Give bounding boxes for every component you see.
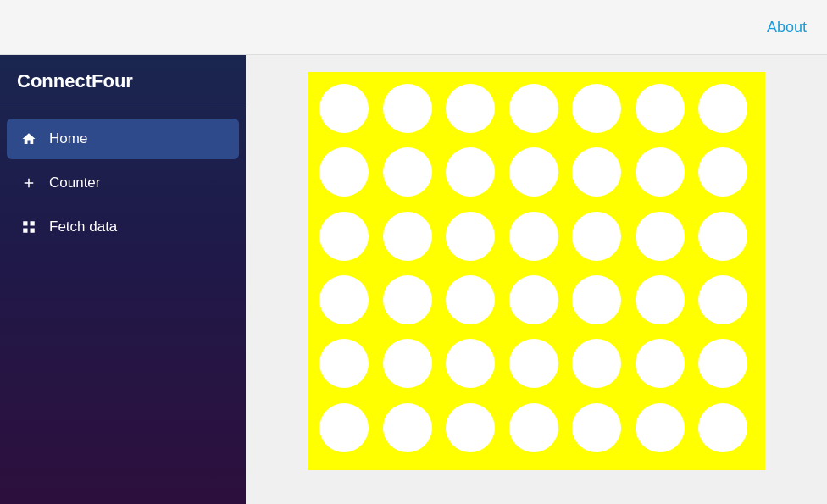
main-layout: ConnectFour Home Counter bbox=[0, 55, 827, 504]
board-cell[interactable] bbox=[698, 84, 747, 133]
board-cell[interactable] bbox=[319, 403, 369, 452]
sidebar-item-fetch-data-label: Fetch data bbox=[49, 219, 117, 235]
board-cell[interactable] bbox=[509, 339, 558, 388]
board-cell[interactable] bbox=[446, 147, 495, 197]
sidebar-item-fetch-data[interactable]: Fetch data bbox=[7, 207, 239, 247]
board-cell[interactable] bbox=[572, 84, 621, 133]
board-cell[interactable] bbox=[636, 84, 685, 133]
sidebar-item-counter-label: Counter bbox=[49, 174, 100, 191]
board-cell[interactable] bbox=[572, 275, 621, 324]
board-cell[interactable] bbox=[509, 147, 558, 197]
board-cell[interactable] bbox=[319, 212, 369, 261]
board-cell[interactable] bbox=[698, 403, 747, 452]
board-cell[interactable] bbox=[319, 84, 369, 133]
board-cell[interactable] bbox=[446, 339, 495, 388]
sidebar-item-counter[interactable]: Counter bbox=[7, 163, 239, 203]
board-cell[interactable] bbox=[698, 147, 747, 197]
board-cell[interactable] bbox=[698, 339, 747, 388]
home-icon bbox=[20, 130, 37, 147]
board-cell[interactable] bbox=[446, 403, 495, 452]
board-cell[interactable] bbox=[319, 275, 369, 324]
board-cell[interactable] bbox=[572, 212, 621, 261]
board-cell[interactable] bbox=[698, 212, 747, 261]
board-cell[interactable] bbox=[509, 84, 558, 133]
board-cell[interactable] bbox=[636, 147, 685, 197]
about-link[interactable]: About bbox=[767, 19, 807, 36]
sidebar-nav: Home Counter Fetch data bbox=[0, 108, 246, 261]
board-cell[interactable] bbox=[319, 147, 369, 197]
board-cell[interactable] bbox=[383, 147, 432, 197]
table-icon bbox=[20, 219, 37, 235]
top-nav: About bbox=[0, 0, 827, 55]
board-cell[interactable] bbox=[636, 403, 685, 452]
content-area bbox=[246, 55, 827, 504]
board-cell[interactable] bbox=[446, 275, 495, 324]
board-cell[interactable] bbox=[383, 339, 432, 388]
sidebar-item-home-label: Home bbox=[49, 130, 87, 147]
app-title: ConnectFour bbox=[0, 55, 246, 108]
sidebar: ConnectFour Home Counter bbox=[0, 55, 246, 504]
board-cell[interactable] bbox=[509, 212, 558, 261]
connect-four-board bbox=[308, 72, 765, 470]
plus-icon bbox=[20, 174, 37, 191]
board-cell[interactable] bbox=[509, 275, 558, 324]
board-cell[interactable] bbox=[509, 403, 558, 452]
board-cell[interactable] bbox=[446, 212, 495, 261]
board-cell[interactable] bbox=[383, 84, 432, 133]
board-cell[interactable] bbox=[383, 275, 432, 324]
board-cell[interactable] bbox=[636, 275, 685, 324]
board-cell[interactable] bbox=[572, 147, 621, 197]
board-cell[interactable] bbox=[636, 339, 685, 388]
board-cell[interactable] bbox=[572, 403, 621, 452]
board-cell[interactable] bbox=[383, 212, 432, 261]
board-cell[interactable] bbox=[698, 275, 747, 324]
board-cell[interactable] bbox=[636, 212, 685, 261]
board-cell[interactable] bbox=[572, 339, 621, 388]
board-cell[interactable] bbox=[446, 84, 495, 133]
board-cell[interactable] bbox=[383, 403, 432, 452]
sidebar-item-home[interactable]: Home bbox=[7, 119, 239, 159]
board-cell[interactable] bbox=[319, 339, 369, 388]
